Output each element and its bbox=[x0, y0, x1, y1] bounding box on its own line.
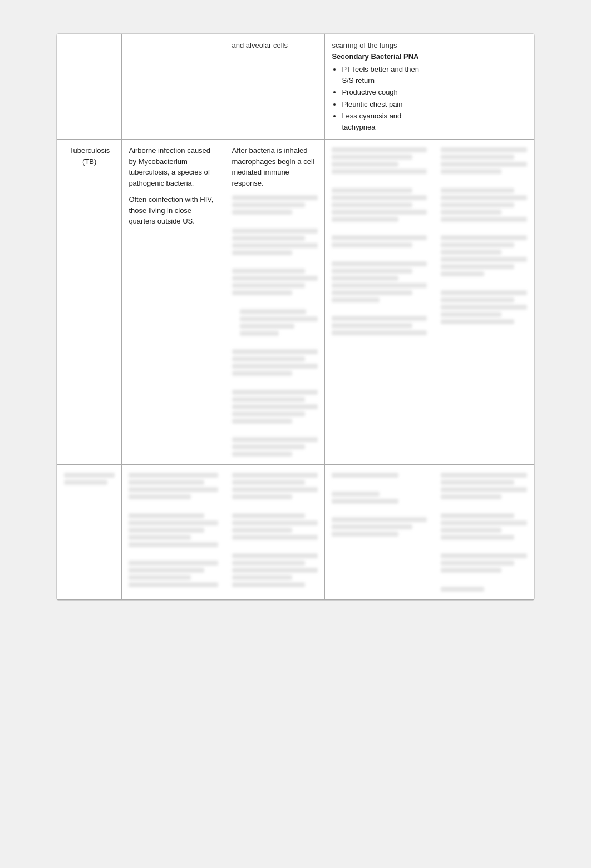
cell-patho-tb: After bacteria is inhaled macrophages be… bbox=[225, 140, 325, 465]
table-row-tb: Tuberculosis (TB) Airborne infection cau… bbox=[57, 140, 534, 465]
patho-text-cont: and alveolar cells bbox=[232, 40, 318, 51]
patho-blurred-tb bbox=[232, 195, 318, 457]
cell-etiology-bottom bbox=[122, 465, 225, 600]
disease-name-tb: Tuberculosis (TB) bbox=[64, 145, 115, 167]
bullet-productive-cough: Productive cough bbox=[342, 87, 427, 98]
cell-disease-cont bbox=[57, 34, 122, 140]
cell-signs-cont: scarring of the lungs Secondary Bacteria… bbox=[325, 34, 434, 140]
page-wrapper: and alveolar cells scarring of the lungs… bbox=[56, 33, 535, 601]
cell-patho-bottom bbox=[225, 465, 325, 600]
cell-tx-bottom bbox=[434, 465, 534, 600]
cell-etiology-tb: Airborne infection caused by Mycobacteri… bbox=[122, 140, 225, 465]
signs-scarring: scarring of the lungs bbox=[332, 40, 427, 51]
secondary-pna-title: Secondary Bacterial PNA bbox=[332, 51, 427, 62]
bullet-pleuritic: Pleuritic chest pain bbox=[342, 99, 427, 110]
patho-main-tb: After bacteria is inhaled macrophages be… bbox=[232, 145, 318, 189]
cell-patho-cont: and alveolar cells bbox=[225, 34, 325, 140]
etiology-main-tb: Airborne infection caused by Mycobacteri… bbox=[129, 145, 218, 189]
cell-disease-tb: Tuberculosis (TB) bbox=[57, 140, 122, 465]
etiology-secondary-tb: Often coinfection with HIV, those living… bbox=[129, 194, 218, 227]
tx-blurred-tb bbox=[441, 147, 527, 324]
bullet-pt-feels: PT feels better and then S/S return bbox=[342, 64, 427, 86]
cell-tx-cont bbox=[434, 34, 534, 140]
cell-signs-tb bbox=[325, 140, 434, 465]
main-table: and alveolar cells scarring of the lungs… bbox=[57, 34, 534, 600]
signs-blurred-tb bbox=[332, 147, 427, 335]
cell-disease-bottom bbox=[57, 465, 122, 600]
cell-etiology-cont bbox=[122, 34, 225, 140]
table-row-bottom bbox=[57, 465, 534, 600]
signs-bullet-list: PT feels better and then S/S return Prod… bbox=[332, 64, 427, 132]
table-row-pneumonia-cont: and alveolar cells scarring of the lungs… bbox=[57, 34, 534, 140]
cell-tx-tb bbox=[434, 140, 534, 465]
cell-signs-bottom bbox=[325, 465, 434, 600]
bullet-less-cyanosis: Less cyanosis and tachypnea bbox=[342, 111, 427, 132]
